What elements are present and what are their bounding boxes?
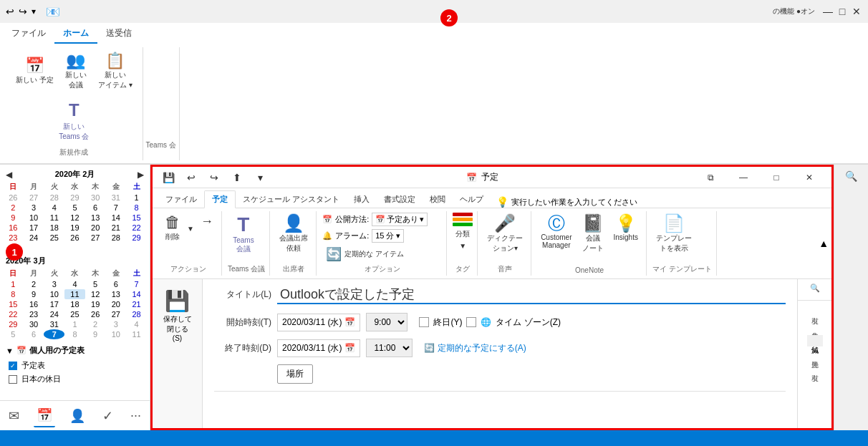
date-cell[interactable]: 9 [3, 213, 24, 223]
date-cell[interactable]: 16 [24, 299, 44, 309]
tab-insert-appt[interactable]: 挿入 [347, 191, 377, 208]
date-cell[interactable]: 8 [64, 329, 85, 339]
show-templates-button[interactable]: 📄 テンプレートを表示 [652, 213, 695, 256]
date-cell[interactable]: 23 [24, 309, 44, 319]
tab-review-appt[interactable]: 校閲 [423, 191, 453, 208]
classify-button[interactable]: 分類 [453, 228, 473, 241]
alarm-dropdown[interactable]: 15 分 ▾ [372, 229, 403, 243]
features-toggle[interactable]: の機能 ●オン [768, 6, 819, 17]
people-nav-button[interactable]: 👤 [67, 405, 88, 427]
undo-button[interactable]: ↩ [181, 169, 201, 186]
date-cell[interactable]: 18 [44, 223, 64, 233]
date-cell[interactable]: 24 [24, 233, 44, 243]
rokuyo-panel-3[interactable]: 仏滅 [807, 335, 823, 346]
date-cell[interactable]: 18 [64, 299, 85, 309]
date-cell[interactable]: 17 [24, 223, 44, 233]
date-cell[interactable]: 13 [106, 289, 127, 299]
next-month-button[interactable]: ▶ [138, 170, 144, 180]
more-tb-button[interactable]: ▾ [250, 169, 270, 186]
date-cell[interactable]: 20 [106, 299, 127, 309]
calendar-nav-button[interactable]: 📅 [34, 404, 55, 427]
date-cell[interactable]: 28 [126, 309, 147, 319]
date-cell[interactable]: 11 [126, 329, 147, 339]
date-cell[interactable]: 15 [126, 213, 147, 223]
date-cell[interactable]: 8 [126, 203, 147, 213]
date-cell[interactable]: 26 [3, 193, 24, 203]
insights-button[interactable]: 💡 Insights [610, 213, 642, 243]
tab-help-appt[interactable]: ヘルプ [453, 191, 491, 208]
timezone-checkbox[interactable] [466, 317, 476, 327]
date-cell[interactable]: 25 [64, 309, 85, 319]
title-input[interactable] [277, 285, 786, 304]
restore-appt-button[interactable]: □ [760, 167, 793, 188]
date-cell[interactable]: 3 [44, 279, 64, 289]
new-appt-button[interactable]: 📅 新しい 予定 [11, 55, 58, 88]
undo-icon[interactable]: ↪ [19, 6, 27, 17]
date-cell[interactable]: 30 [24, 319, 44, 329]
prev-month-button[interactable]: ◀ [6, 170, 12, 180]
date-cell[interactable]: 4 [64, 279, 85, 289]
tab-file-outer[interactable]: ファイル [3, 24, 54, 44]
tab-file-appt[interactable]: ファイル [158, 191, 204, 208]
date-cell[interactable]: 21 [126, 299, 147, 309]
tab-home-outer[interactable]: ホーム [54, 24, 97, 44]
date-cell[interactable]: 29 [3, 319, 24, 329]
date-cell[interactable]: 10 [24, 213, 44, 223]
date-cell[interactable]: 31 [44, 319, 64, 329]
new-teams-button[interactable]: T 新しいTeams 会 [52, 97, 95, 145]
minimize-appt-button[interactable]: — [727, 167, 760, 188]
teams-meeting-button[interactable]: T Teams会議 [228, 213, 259, 256]
end-date-picker[interactable]: 2020/03/11 (水) 📅 [277, 339, 360, 357]
date-cell[interactable]: 28 [106, 233, 127, 243]
new-meeting-button[interactable]: 👥 新しい会議 [61, 50, 91, 93]
date-cell[interactable]: 2 [3, 203, 24, 213]
date-cell[interactable]: 23 [3, 233, 24, 243]
close-appt-button[interactable]: ✕ [793, 167, 826, 188]
date-cell[interactable]: 17 [44, 299, 64, 309]
collapse-icon[interactable]: ▼ [6, 346, 14, 355]
body-area[interactable] [214, 397, 786, 428]
date-cell[interactable]: 29 [64, 193, 85, 203]
customer-manager-button[interactable]: Ⓒ CustomerManager [537, 213, 575, 251]
date-cell[interactable]: 14 [126, 289, 147, 299]
date-cell[interactable]: 16 [3, 223, 24, 233]
date-cell[interactable]: 2 [85, 319, 106, 329]
more-icon[interactable]: ▾ [32, 6, 36, 16]
date-cell[interactable]: 27 [85, 233, 106, 243]
date-cell[interactable]: 29 [126, 233, 147, 243]
start-time-select[interactable]: 9:00 [366, 313, 408, 331]
holiday-checkbox[interactable] [9, 375, 17, 384]
delete-dropdown-button[interactable]: ▼ [185, 223, 196, 234]
date-cell[interactable]: 5 [3, 329, 24, 339]
switch-layout-button[interactable]: ⧉ [694, 167, 727, 188]
date-cell[interactable]: 19 [64, 223, 85, 233]
recur-link[interactable]: 🔄 定期的な予定にする(A) [424, 342, 526, 354]
date-cell[interactable]: 6 [24, 329, 44, 339]
schedule-checkbox[interactable]: ✓ [9, 362, 17, 370]
date-cell[interactable]: 4 [126, 319, 147, 329]
minimize-outer[interactable]: — [822, 6, 834, 17]
date-cell[interactable]: 25 [44, 233, 64, 243]
date-cell[interactable]: 1 [126, 193, 147, 203]
ribbon-scroll-button[interactable]: ▲ [819, 238, 829, 249]
date-cell[interactable]: 3 [106, 319, 127, 329]
date-cell[interactable]: 10 [106, 329, 127, 339]
date-cell[interactable]: 22 [3, 309, 24, 319]
date-cell[interactable]: 6 [85, 203, 106, 213]
date-cell[interactable]: 8 [3, 289, 24, 299]
date-cell[interactable]: 12 [64, 213, 85, 223]
list-item[interactable]: ✓ 予定表 [6, 359, 144, 372]
date-cell[interactable]: 26 [85, 309, 106, 319]
date-cell[interactable]: 30 [85, 193, 106, 203]
refresh-icon[interactable]: ↩ [6, 6, 14, 17]
date-cell[interactable]: 6 [106, 279, 127, 289]
tasks-nav-button[interactable]: ✓ [100, 405, 116, 427]
tab-format-appt[interactable]: 書式設定 [377, 191, 423, 208]
date-cell[interactable]: 20 [85, 223, 106, 233]
date-cell[interactable]: 14 [106, 213, 127, 223]
mail-nav-button[interactable]: ✉ [6, 405, 22, 427]
date-cell[interactable]: 28 [44, 193, 64, 203]
date-cell[interactable]: 22 [126, 223, 147, 233]
save-close-button[interactable]: 💾 [158, 169, 178, 186]
ribbon-scroll-right[interactable]: ▲ [819, 211, 829, 276]
